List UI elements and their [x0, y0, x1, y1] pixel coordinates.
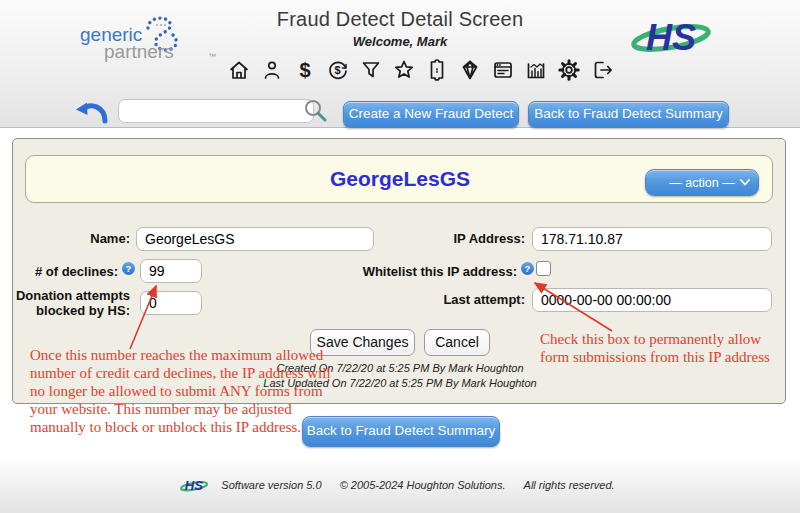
chart-icon[interactable]: [524, 58, 548, 82]
search-icon[interactable]: [302, 97, 329, 124]
home-icon[interactable]: [227, 58, 251, 82]
back-to-summary-bottom-button[interactable]: Back to Fraud Detect Summary: [302, 416, 500, 447]
fraud-detect-detail-page: generic partners ™ HS Fraud Detect Detai…: [0, 0, 800, 513]
whitelist-annotation: Check this box to permanently allow form…: [540, 330, 788, 366]
footer-version: Software version 5.0: [221, 479, 321, 491]
declines-annotation: Once this number reaches the maximum all…: [30, 346, 340, 436]
nav-icon-bar: $ $: [40, 58, 800, 82]
ip-address-label: IP Address:: [390, 231, 525, 246]
whitelist-checkbox[interactable]: [536, 261, 551, 276]
name-field[interactable]: [136, 227, 374, 251]
declines-label: # of declines:: [0, 264, 118, 279]
gear-icon[interactable]: [557, 58, 581, 82]
action-dropdown-label: — action —: [669, 176, 734, 190]
ip-address-field[interactable]: [532, 227, 772, 251]
create-fraud-detect-button[interactable]: Create a New Fraud Detect: [343, 101, 519, 128]
declines-field[interactable]: [140, 259, 202, 283]
back-undo-arrow-icon[interactable]: [74, 96, 110, 124]
ticket-icon[interactable]: [425, 58, 449, 82]
blocked-field[interactable]: [140, 291, 202, 315]
page-title: Fraud Detect Detail Screen: [0, 8, 800, 31]
blocked-label-line1: Donation attempts: [0, 288, 130, 303]
logout-icon[interactable]: [590, 58, 614, 82]
cancel-button[interactable]: Cancel: [424, 329, 490, 356]
footer-copyright: © 2005-2024 Houghton Solutions.: [340, 479, 506, 491]
welcome-text: Welcome, Mark: [0, 34, 800, 49]
footer-rights: All rights reserved.: [524, 479, 615, 491]
footer: HS Software version 5.0 © 2005-2024 Houg…: [0, 476, 800, 494]
svg-text:$: $: [299, 59, 310, 81]
blocked-label-line2: blocked by HS:: [0, 303, 130, 318]
search-input[interactable]: [118, 99, 314, 123]
declines-help-icon[interactable]: ?: [122, 262, 135, 275]
chevron-down-icon: [740, 179, 750, 186]
filter-icon[interactable]: [359, 58, 383, 82]
star-icon[interactable]: [392, 58, 416, 82]
diamond-icon[interactable]: [458, 58, 482, 82]
hs-footer-logo: HS: [179, 476, 209, 494]
back-to-summary-button[interactable]: Back to Fraud Detect Summary: [528, 101, 729, 128]
user-icon[interactable]: [260, 58, 284, 82]
recurring-payment-icon[interactable]: $: [326, 58, 350, 82]
dollar-icon[interactable]: $: [293, 58, 317, 82]
last-attempt-label: Last attempt:: [390, 292, 525, 307]
last-attempt-field[interactable]: [532, 288, 772, 312]
whitelist-label: Whitelist this IP address:: [320, 264, 517, 279]
svg-text:HS: HS: [185, 478, 204, 493]
action-dropdown[interactable]: — action —: [645, 169, 759, 196]
browser-icon[interactable]: [491, 58, 515, 82]
whitelist-help-icon[interactable]: ?: [521, 262, 534, 275]
svg-text:$: $: [334, 64, 340, 76]
name-label: Name:: [0, 231, 130, 246]
